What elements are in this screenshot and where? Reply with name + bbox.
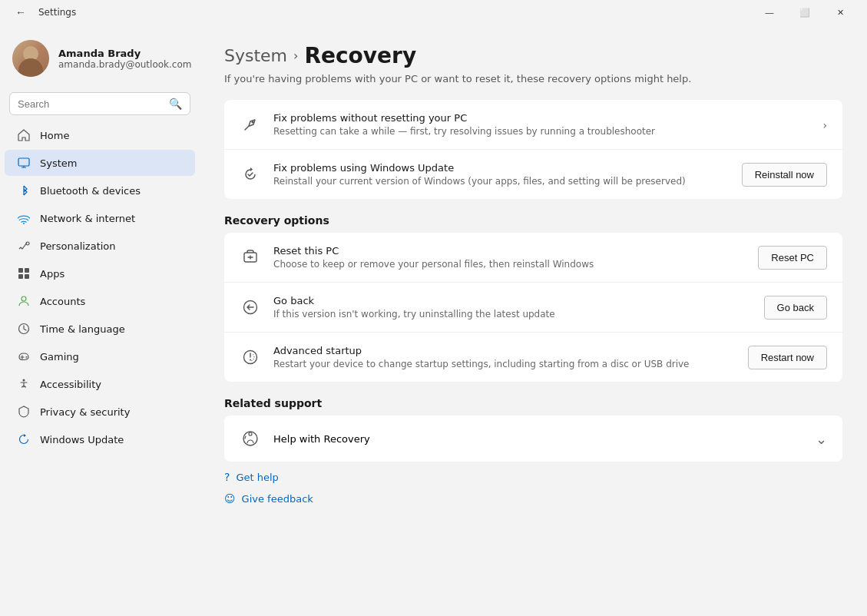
sidebar-item-personalization[interactable]: Personalization [5,233,195,259]
minimize-button[interactable]: — [752,0,787,25]
feedback-label: Give feedback [242,493,313,505]
svg-rect-3 [18,268,23,273]
help-recovery-icon [240,428,261,449]
title-bar: ← Settings — ⬜ ✕ [0,0,867,25]
sidebar-item-network[interactable]: Network & internet [5,205,195,231]
app-body: Amanda Brady amanda.brady@outlook.com 🔍 … [0,25,867,616]
card-reset-pc-desc: Choose to keep or remove your personal f… [273,259,746,270]
help-recovery-label: Help with Recovery [273,433,803,445]
close-button[interactable]: ✕ [822,0,858,25]
get-help-icon: ? [224,471,230,483]
search-icon: 🔍 [169,98,182,110]
svg-rect-0 [18,158,29,166]
go-back-button[interactable]: Go back [764,296,827,320]
sidebar-label-time: Time & language [40,323,125,335]
card-advanced-startup-action: Restart now [748,346,827,369]
card-reset-pc: Reset this PC Choose to keep or remove y… [224,233,842,283]
go-back-icon [240,296,261,318]
top-cards-group: Fix problems without resetting your PC R… [224,100,842,199]
main-content: System › Recovery If you're having probl… [200,25,867,616]
svg-rect-5 [18,274,23,279]
svg-point-1 [23,223,25,224]
sidebar-item-update[interactable]: Windows Update [5,426,195,452]
network-icon [17,211,31,225]
svg-point-9 [23,379,25,382]
title-bar-left: ← Settings [9,3,76,22]
user-profile: Amanda Brady amanda.brady@outlook.com [0,31,200,92]
fix-windows-update-icon [240,164,261,185]
maximize-button[interactable]: ⬜ [787,0,822,25]
avatar [12,40,49,77]
chevron-right-icon: › [822,119,827,131]
sidebar-item-privacy[interactable]: Privacy & security [5,399,195,425]
card-go-back-action: Go back [764,296,827,320]
back-button[interactable]: ← [9,3,32,22]
sidebar-item-gaming[interactable]: Gaming [5,343,195,369]
sidebar-label-update: Windows Update [40,434,124,445]
card-fix-no-reset-action[interactable]: › [822,118,827,132]
card-advanced-startup: Advanced startup Restart your device to … [224,333,842,382]
svg-rect-4 [25,268,29,273]
get-help-link[interactable]: ? Get help [224,471,842,483]
time-icon [17,322,31,336]
card-go-back-text: Go back If this version isn't working, t… [273,295,752,320]
support-card-help-recovery[interactable]: Help with Recovery ⌄ [224,416,842,462]
card-go-back: Go back If this version isn't working, t… [224,283,842,333]
sidebar-label-accessibility: Accessibility [40,379,101,390]
sidebar-label-gaming: Gaming [40,351,79,363]
card-advanced-startup-desc: Restart your device to change startup se… [273,359,736,369]
restart-now-button[interactable]: Restart now [748,346,827,369]
sidebar-label-accounts: Accounts [40,296,85,307]
sidebar: Amanda Brady amanda.brady@outlook.com 🔍 … [0,25,200,616]
card-fix-no-reset-text: Fix problems without resetting your PC R… [273,112,810,137]
svg-point-14 [250,359,251,361]
privacy-icon [17,405,31,419]
sidebar-label-network: Network & internet [40,213,135,224]
reset-pc-button[interactable]: Reset PC [758,246,827,270]
breadcrumb-parent: System [224,46,287,65]
svg-point-2 [26,242,29,245]
reset-pc-icon [240,247,261,268]
reinstall-now-button[interactable]: Reinstall now [742,163,827,187]
sidebar-label-personalization: Personalization [40,240,116,252]
sidebar-item-accounts[interactable]: Accounts [5,288,195,314]
breadcrumb-current: Recovery [304,43,416,68]
page-description: If you're having problems with your PC o… [224,73,842,84]
search-box[interactable]: 🔍 [9,92,190,115]
sidebar-item-apps[interactable]: Apps [5,260,195,286]
sidebar-item-accessibility[interactable]: Accessibility [5,371,195,397]
sidebar-label-apps: Apps [40,268,65,280]
card-reset-pc-title: Reset this PC [273,245,746,257]
card-fix-windows-update-text: Fix problems using Windows Update Reinst… [273,162,730,187]
card-advanced-startup-text: Advanced startup Restart your device to … [273,345,736,369]
personalization-icon [17,239,31,253]
card-go-back-title: Go back [273,295,752,306]
card-fix-windows-update-action: Reinstall now [742,163,827,187]
svg-point-7 [22,296,26,301]
home-icon [17,128,31,142]
sidebar-label-system: System [40,157,77,169]
sidebar-item-system[interactable]: System [5,150,195,176]
user-info: Amanda Brady amanda.brady@outlook.com [58,48,191,70]
card-fix-windows-update-desc: Reinstall your current version of Window… [273,176,730,187]
card-advanced-startup-title: Advanced startup [273,345,736,356]
recovery-section-header: Recovery options [224,214,842,227]
accessibility-icon [17,377,31,391]
card-fix-no-reset-desc: Resetting can take a while — first, try … [273,126,810,137]
advanced-startup-icon [240,346,261,368]
feedback-link[interactable]: ☺ Give feedback [224,492,842,505]
card-go-back-desc: If this version isn't working, try unins… [273,309,752,320]
sidebar-item-time[interactable]: Time & language [5,316,195,342]
update-icon [17,432,31,446]
window-title: Settings [38,7,76,18]
card-reset-pc-text: Reset this PC Choose to keep or remove y… [273,245,746,270]
sidebar-label-home: Home [40,130,69,141]
sidebar-item-home[interactable]: Home [5,122,195,148]
search-input[interactable] [18,98,163,110]
apps-icon [17,267,31,280]
sidebar-item-bluetooth[interactable]: Bluetooth & devices [5,177,195,204]
sidebar-label-bluetooth: Bluetooth & devices [40,185,141,197]
bluetooth-icon [17,184,31,197]
get-help-label: Get help [236,472,278,483]
gaming-icon [17,349,31,363]
